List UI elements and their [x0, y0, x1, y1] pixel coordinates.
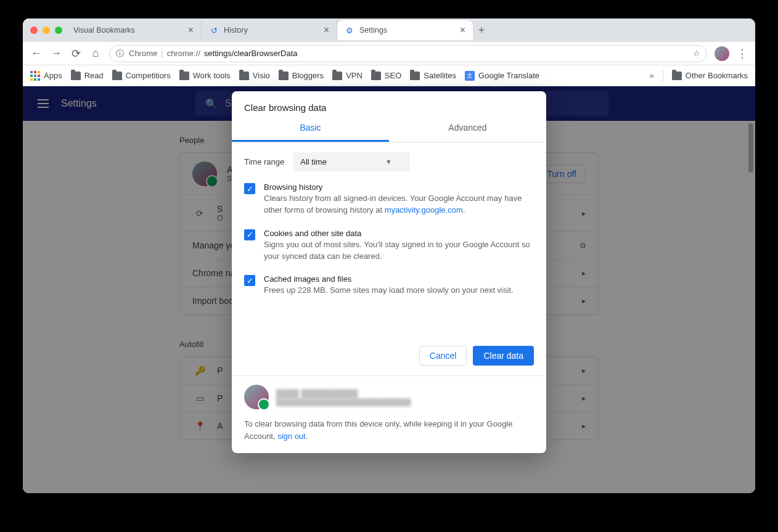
myactivity-link[interactable]: myactivity.google.com: [385, 205, 463, 215]
bookmark-translate[interactable]: 文 Google Translate: [465, 71, 539, 81]
close-tab-icon[interactable]: ×: [188, 25, 194, 35]
folder-icon: [332, 72, 342, 80]
apps-shortcut[interactable]: Apps: [30, 71, 62, 81]
gear-icon: ⚙: [345, 25, 354, 35]
forward-button[interactable]: →: [50, 47, 62, 60]
dialog-footer: ████ ██████████ ████████████████████████…: [232, 375, 546, 453]
bookmark-folder[interactable]: Satellites: [410, 71, 456, 80]
apps-label: Apps: [44, 71, 62, 80]
url-path: settings/clearBrowserData: [204, 49, 298, 58]
close-tab-icon[interactable]: ×: [460, 25, 465, 35]
bookmark-star-icon[interactable]: ☆: [693, 49, 700, 58]
account-name-blurred: ████ ██████████: [276, 389, 411, 398]
checkbox-cookies[interactable]: ✓: [244, 229, 255, 240]
tab-label: Visual Bookmarks: [73, 26, 135, 35]
clear-browsing-data-dialog: Clear browsing data Basic Advanced Time …: [232, 91, 546, 453]
avatar: [244, 385, 269, 409]
apps-grid-icon: [30, 71, 40, 81]
checkbox-cached[interactable]: ✓: [244, 275, 255, 286]
option-title: Cached images and files: [264, 274, 514, 284]
tab-label: Settings: [359, 26, 387, 35]
back-button[interactable]: ←: [30, 47, 43, 60]
account-email-blurred: ████████████████████████████: [276, 398, 411, 406]
divider: [663, 70, 663, 82]
new-tab-button[interactable]: +: [473, 24, 490, 37]
option-description: Clears history from all signed-in device…: [264, 193, 534, 216]
home-button[interactable]: ⌂: [89, 47, 102, 60]
bookmark-folder[interactable]: Competitiors: [112, 71, 171, 80]
folder-icon: [179, 72, 189, 80]
option-cookies: ✓ Cookies and other site data Signs you …: [244, 229, 534, 263]
minimize-window-button[interactable]: [43, 27, 50, 34]
app-label: Chrome: [129, 49, 157, 58]
folder-icon: [672, 72, 682, 80]
kebab-menu-icon[interactable]: ⋮: [737, 47, 748, 60]
site-info-icon[interactable]: ⓘ: [116, 48, 124, 59]
bookmark-folder[interactable]: Bloggers: [279, 71, 324, 80]
account-row: ████ ██████████ ████████████████████████…: [244, 385, 534, 409]
window-controls: [29, 27, 66, 34]
close-window-button[interactable]: [30, 27, 38, 34]
dialog-actions: Cancel Clear data: [232, 342, 546, 375]
folder-icon: [371, 72, 381, 80]
option-title: Cookies and other site data: [264, 229, 534, 238]
option-title: Browsing history: [264, 182, 534, 192]
reload-button[interactable]: ⟳: [70, 47, 82, 60]
tab-settings[interactable]: ⚙ Settings ×: [337, 20, 473, 40]
maximize-window-button[interactable]: [55, 27, 62, 34]
address-toolbar: ← → ⟳ ⌂ ⓘ Chrome | chrome://settings/cle…: [23, 42, 755, 65]
profile-avatar[interactable]: [715, 46, 729, 61]
folder-icon: [71, 72, 81, 80]
bookmark-folder[interactable]: Visio: [239, 71, 270, 80]
tab-strip: Visual Bookmarks × ↺ History × ⚙ Setting…: [23, 18, 755, 42]
option-browsing-history: ✓ Browsing history Clears history from a…: [244, 182, 534, 216]
folder-icon: [112, 72, 122, 80]
tab-history[interactable]: ↺ History ×: [202, 20, 337, 40]
history-icon: ↺: [209, 25, 219, 35]
url-protocol: chrome://: [167, 49, 200, 58]
bookmarks-bar: Apps Read Competitiors Work tools Visio …: [23, 65, 755, 86]
folder-icon: [279, 72, 289, 80]
address-bar[interactable]: ⓘ Chrome | chrome://settings/clearBrowse…: [109, 45, 707, 62]
option-description: Signs you out of most sites. You'll stay…: [264, 239, 534, 263]
chevron-down-icon: ▼: [385, 158, 391, 165]
dialog-title: Clear browsing data: [232, 91, 546, 115]
tab-visual-bookmarks[interactable]: Visual Bookmarks ×: [66, 20, 202, 40]
bookmark-folder[interactable]: Work tools: [179, 71, 231, 80]
other-bookmarks[interactable]: Other Bookmarks: [672, 71, 748, 80]
time-range-select[interactable]: All time ▼: [293, 152, 410, 171]
time-range-label: Time range: [244, 157, 284, 166]
browser-window: Visual Bookmarks × ↺ History × ⚙ Setting…: [23, 18, 755, 493]
bookmark-folder[interactable]: SEO: [371, 71, 401, 80]
dialog-tabs: Basic Advanced: [232, 115, 546, 142]
tab-basic[interactable]: Basic: [232, 115, 389, 142]
checkbox-browsing-history[interactable]: ✓: [244, 183, 255, 194]
option-cached: ✓ Cached images and files Frees up 228 M…: [244, 274, 534, 297]
bookmark-folder[interactable]: VPN: [332, 71, 362, 80]
cancel-button[interactable]: Cancel: [419, 346, 467, 366]
tab-label: History: [224, 26, 248, 35]
translate-icon: 文: [465, 71, 475, 81]
page-content: Settings 🔍 Search People A S Turn off: [23, 86, 755, 493]
signout-note: To clear browsing data from this device …: [244, 418, 534, 442]
folder-icon: [239, 72, 249, 80]
folder-icon: [410, 72, 420, 80]
tab-advanced[interactable]: Advanced: [389, 115, 546, 142]
close-tab-icon[interactable]: ×: [324, 25, 329, 35]
clear-data-button[interactable]: Clear data: [473, 346, 534, 366]
bookmark-folder[interactable]: Read: [71, 71, 104, 80]
sign-out-link[interactable]: sign out: [277, 432, 306, 441]
time-range-row: Time range All time ▼: [244, 152, 534, 171]
option-description: Frees up 228 MB. Some sites may load mor…: [264, 285, 514, 297]
overflow-chevron-icon[interactable]: »: [650, 71, 654, 80]
